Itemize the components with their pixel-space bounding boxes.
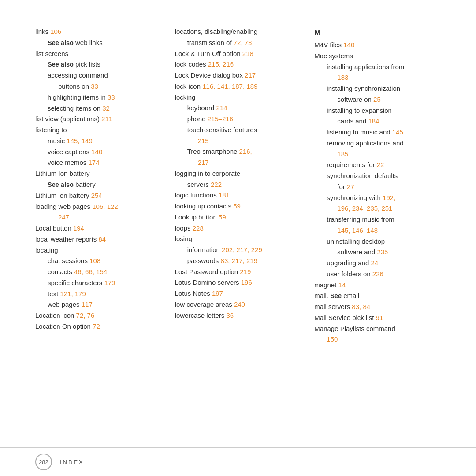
entry-lock-turn-off: Lock & Turn Off option 218 <box>175 48 301 60</box>
entry-low-coverage: low coverage areas 240 <box>175 299 301 310</box>
entry-looking-up-contacts: looking up contacts 59 <box>175 201 301 212</box>
entry-treo-smartphone: Treo smartphone 216, <box>175 146 301 157</box>
entry-lotus-domino: Lotus Domino servers 196 <box>175 277 301 288</box>
entry-requirements-for: requirements for 22 <box>314 160 441 171</box>
entry-cards-and-184: cards and 184 <box>314 116 441 127</box>
entry-installing-apps-183: 183 <box>314 72 441 83</box>
entry-treo-smartphone-cont: 217 <box>175 157 301 168</box>
entry-locking: locking <box>175 92 301 103</box>
entry-list-view: list view (applications) 211 <box>35 114 162 125</box>
entry-voice-memos: voice memos 174 <box>35 157 162 168</box>
entry-losing: losing <box>175 234 301 245</box>
entry-removing-apps: removing applications and <box>314 138 441 149</box>
entry-mac-systems: Mac systems <box>314 51 441 62</box>
entry-transmission-of: transmission of 72, 73 <box>175 37 301 48</box>
entry-lost-password: Lost Password option 219 <box>175 267 301 278</box>
entry-phone: phone 215–216 <box>175 114 301 125</box>
entry-lithium-ion-battery: Lithium Ion battery <box>35 168 162 179</box>
entry-transferring-music-nums: 145, 146, 148 <box>314 225 441 236</box>
entry-manage-playlists-150: 150 <box>314 334 441 345</box>
entry-upgrading-and: upgrading and 24 <box>314 258 441 269</box>
entry-locations-disabling: locations, disabling/enabling <box>175 26 301 37</box>
column-3: M M4V files 140 Mac systems installing a… <box>314 26 441 423</box>
index-columns: links 106 See also web links list screen… <box>35 26 441 423</box>
entry-touch-sensitive-215: 215 <box>175 136 301 147</box>
entry-uninstalling-desktop: uninstalling desktop <box>314 236 441 247</box>
entry-local-button: Local button 194 <box>35 223 162 234</box>
entry-logging-in: logging in to corporate <box>175 168 301 179</box>
entry-text: text 121, 179 <box>35 289 162 300</box>
entry-location-icon: Location icon 72, 76 <box>35 310 162 321</box>
entry-contacts: contacts 46, 66, 154 <box>35 267 162 278</box>
entry-web-pages: web pages 117 <box>35 299 162 310</box>
entry-selecting-items: selecting items on 32 <box>35 103 162 114</box>
entry-links: links 106 <box>35 26 162 37</box>
page-number: 282 <box>39 459 48 465</box>
entry-passwords: passwords 83, 217, 219 <box>175 256 301 267</box>
entry-listening-to: listening to <box>35 125 162 136</box>
entry-buttons-on: buttons on 33 <box>35 81 162 92</box>
footer: 282 INDEX <box>0 447 476 476</box>
entry-highlighting-items: highlighting items in 33 <box>35 92 162 103</box>
entry-loading-web-pages: loading web pages 106, 122, <box>35 201 162 212</box>
entry-loops: loops 228 <box>175 223 301 234</box>
entry-location-on-option: Location On option 72 <box>35 321 162 332</box>
entry-removing-apps-185: 185 <box>314 149 441 160</box>
entry-see-also-web-links: See also web links <box>35 37 162 48</box>
entry-listening-music-145: listening to music and 145 <box>314 127 441 138</box>
entry-keyboard: keyboard 214 <box>175 103 301 114</box>
entry-local-weather: local weather reports 84 <box>35 234 162 245</box>
entry-magnet: magnet 14 <box>314 280 441 291</box>
entry-mail-servers: mail servers 83, 84 <box>314 301 441 312</box>
entry-chat-sessions: chat sessions 108 <box>35 256 162 267</box>
entry-lithium-ion-battery-254: Lithium ion battery 254 <box>35 190 162 201</box>
entry-see-also-pick-lists: See also pick lists <box>35 59 162 70</box>
entry-installing-expansion: installing to expansion <box>314 105 441 116</box>
entry-installing-sync-25: software on 25 <box>314 94 441 105</box>
entry-manage-playlists: Manage Playlists command <box>314 324 441 335</box>
entry-list-screens: list screens <box>35 48 162 60</box>
entry-mail-service-pick-list: Mail Service pick list 91 <box>314 312 441 324</box>
entry-lock-icon: lock icon 116, 141, 187, 189 <box>175 81 301 92</box>
entry-mail-see-email: mail. See email <box>314 290 441 301</box>
page-number-circle: 282 <box>35 454 52 470</box>
entry-sync-defaults: synchronization defaults <box>314 171 441 182</box>
entry-lock-device-dialog: Lock Device dialog box 217 <box>175 70 301 81</box>
entry-specific-characters: specific characters 179 <box>35 278 162 289</box>
entry-m4v-files: M4V files 140 <box>314 40 441 51</box>
page-content: links 106 See also web links list screen… <box>0 0 476 423</box>
entry-voice-captions: voice captions 140 <box>35 147 162 158</box>
entry-lookup-button: Lookup button 59 <box>175 212 301 223</box>
entry-locating: locating <box>35 245 162 256</box>
entry-touch-sensitive: touch-sensitive features <box>175 125 301 136</box>
entry-information: information 202, 217, 229 <box>175 245 301 256</box>
entry-music: music 145, 149 <box>35 136 162 147</box>
entry-installing-apps-from: installing applications from <box>314 62 441 73</box>
entry-synchronizing-with: synchronizing with 192, <box>314 193 441 204</box>
entry-see-also-battery: See also battery <box>35 179 162 190</box>
column-2: locations, disabling/enabling transmissi… <box>175 26 315 423</box>
entry-user-folders: user folders on 226 <box>314 269 441 280</box>
entry-lock-codes: lock codes 215, 216 <box>175 59 301 70</box>
entry-lotus-notes: Lotus Notes 197 <box>175 288 301 299</box>
section-letter-m: M <box>314 26 441 39</box>
entry-logic-functions: logic functions 181 <box>175 190 301 201</box>
entry-servers: servers 222 <box>175 179 301 190</box>
entry-transferring-music: transferring music from <box>314 214 441 225</box>
entry-sync-defaults-27: for 27 <box>314 182 441 193</box>
entry-loading-web-pages-cont: 247 <box>35 212 162 223</box>
footer-index-label: INDEX <box>60 459 84 465</box>
entry-installing-sync: installing synchronization <box>314 83 441 94</box>
entry-synchronizing-with-cont: 196, 234, 235, 251 <box>314 203 441 214</box>
column-1: links 106 See also web links list screen… <box>35 26 175 423</box>
entry-accessing-command: accessing command <box>35 70 162 81</box>
entry-software-and-235: software and 235 <box>314 247 441 258</box>
entry-lowercase-letters: lowercase letters 36 <box>175 310 301 321</box>
